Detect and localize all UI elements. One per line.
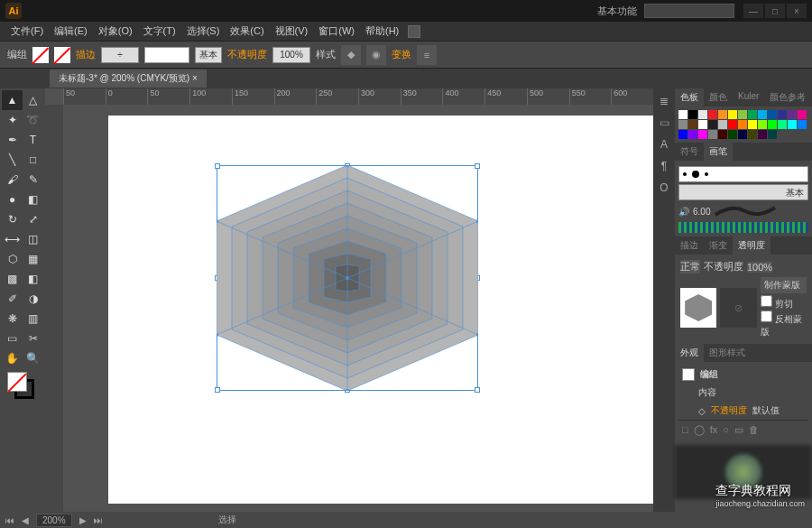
canvas-area[interactable]: 50050100150200250300350400450500550600 (45, 88, 653, 512)
direct-selection-tool[interactable]: △ (23, 90, 43, 110)
pen-tool[interactable]: ✒ (2, 130, 23, 150)
swatch-item[interactable] (788, 110, 797, 119)
perspective-tool[interactable]: ▦ (23, 249, 43, 269)
delete-icon[interactable]: 🗑 (749, 424, 759, 436)
mesh-tool[interactable]: ▩ (2, 269, 23, 289)
fill-swatch[interactable] (32, 47, 49, 63)
close-button[interactable]: × (787, 4, 807, 18)
maximize-button[interactable]: □ (765, 4, 785, 18)
brush-pattern-row[interactable] (678, 222, 808, 233)
appearance-content-row[interactable]: 内容 (678, 384, 808, 402)
invert-mask-checkbox[interactable] (761, 310, 772, 322)
first-artboard-icon[interactable]: ⏮ (5, 515, 14, 525)
menu-help[interactable]: 帮助(H) (360, 24, 404, 38)
tab-transparency[interactable]: 透明度 (733, 236, 770, 255)
rotate-tool[interactable]: ↻ (2, 209, 23, 229)
swatch-item[interactable] (758, 120, 767, 129)
graph-tool[interactable]: ▥ (23, 309, 43, 329)
tab-brushes[interactable]: 画笔 (704, 143, 733, 161)
menu-edit[interactable]: 编辑(E) (49, 24, 93, 38)
brush-definition[interactable]: 基本 (195, 47, 222, 63)
swatch-item[interactable] (678, 110, 687, 119)
blend-mode-select[interactable]: 正常 (680, 260, 700, 273)
transform-label[interactable]: 变换 (392, 48, 411, 61)
menu-window[interactable]: 窗口(W) (313, 24, 360, 38)
add-stroke-icon[interactable]: ◯ (694, 424, 705, 436)
menu-effect[interactable]: 效果(C) (225, 24, 269, 38)
recolor-icon[interactable]: ◉ (366, 45, 386, 65)
add-fill-icon[interactable]: □ (682, 424, 688, 436)
swatch-item[interactable] (688, 130, 697, 139)
swatch-item[interactable] (728, 120, 737, 129)
artboard[interactable] (108, 116, 653, 504)
tab-color-guide[interactable]: 颜色参考 (764, 88, 811, 107)
swatch-grid[interactable] (678, 110, 808, 139)
menu-object[interactable]: 对象(O) (93, 24, 138, 38)
swatch-item[interactable] (728, 130, 737, 139)
stroke-swatch[interactable] (54, 47, 70, 63)
line-tool[interactable]: ╲ (2, 150, 23, 170)
document-tab[interactable]: 未标题-3* @ 200% (CMYK/预览) × (50, 69, 207, 88)
hand-tool[interactable]: ✋ (2, 348, 23, 368)
mask-thumb[interactable]: ⊘ (720, 288, 756, 328)
swatch-item[interactable] (788, 120, 797, 129)
paragraph-icon[interactable]: ¶ (656, 159, 672, 173)
menu-view[interactable]: 视图(V) (270, 24, 314, 38)
tab-close-icon[interactable]: × (192, 73, 198, 83)
swatch-item[interactable] (748, 110, 757, 119)
last-artboard-icon[interactable]: ⏭ (94, 515, 103, 525)
swatch-item[interactable] (678, 130, 687, 139)
clear-icon[interactable]: ○ (723, 424, 729, 436)
search-field[interactable] (644, 4, 734, 18)
swatch-item[interactable] (738, 120, 747, 129)
rectangle-tool[interactable]: □ (23, 150, 43, 170)
swatch-item[interactable] (738, 110, 747, 119)
menu-file[interactable]: 文件(F) (5, 24, 49, 38)
blob-brush-tool[interactable]: ● (2, 190, 23, 209)
swatch-item[interactable] (678, 120, 687, 129)
swatch-item[interactable] (758, 110, 767, 119)
swatch-item[interactable] (728, 110, 737, 119)
brush-basic-row[interactable]: 基本 (678, 184, 808, 200)
opentype-icon[interactable]: O (656, 181, 672, 195)
lasso-tool[interactable]: ➰ (23, 110, 43, 130)
workspace-switcher[interactable]: 基本功能 (597, 5, 637, 18)
minimize-button[interactable]: — (743, 4, 763, 18)
stroke-label[interactable]: 描边 (76, 48, 96, 61)
swatch-item[interactable] (778, 110, 787, 119)
gradient-tool[interactable]: ◧ (23, 269, 43, 289)
tab-swatches[interactable]: 色板 (675, 88, 704, 107)
eraser-tool[interactable]: ◧ (23, 190, 43, 209)
zoom-tool[interactable]: 🔍 (23, 348, 43, 368)
swatch-item[interactable] (738, 130, 747, 139)
fill-stroke-indicator[interactable] (7, 372, 34, 399)
paintbrush-tool[interactable]: 🖌 (2, 170, 23, 190)
prev-artboard-icon[interactable]: ◀ (22, 515, 29, 525)
tab-symbols[interactable]: 符号 (675, 143, 704, 161)
tab-color[interactable]: 颜色 (704, 88, 733, 107)
transparency-thumb[interactable] (680, 288, 716, 328)
swatch-item[interactable] (778, 120, 787, 129)
duplicate-icon[interactable]: ▭ (734, 424, 743, 436)
swatch-item[interactable] (798, 110, 807, 119)
tab-graphic-styles[interactable]: 图形样式 (704, 344, 751, 362)
swatch-item[interactable] (718, 130, 727, 139)
swatch-item[interactable] (698, 110, 707, 119)
swatch-item[interactable] (688, 120, 697, 129)
swatch-item[interactable] (688, 110, 697, 119)
clip-checkbox[interactable] (761, 295, 772, 307)
pencil-tool[interactable]: ✎ (23, 170, 43, 190)
swatch-item[interactable] (748, 130, 757, 139)
opacity-field-panel[interactable]: 100% (747, 262, 772, 273)
scale-tool[interactable]: ⤢ (23, 209, 43, 229)
swatch-item[interactable] (748, 120, 757, 129)
menu-select[interactable]: 选择(S) (181, 24, 226, 38)
eyedropper-tool[interactable]: ✐ (2, 289, 23, 309)
swatch-item[interactable] (768, 110, 777, 119)
artwork-hexagons[interactable] (217, 165, 478, 391)
make-mask-button[interactable]: 制作蒙版 (761, 277, 807, 293)
artboards-icon[interactable]: ▭ (656, 116, 672, 130)
swatch-item[interactable] (768, 130, 777, 139)
appearance-opacity-row[interactable]: ◇ 不透明度 默认值 (678, 402, 808, 420)
swatch-item[interactable] (708, 110, 717, 119)
